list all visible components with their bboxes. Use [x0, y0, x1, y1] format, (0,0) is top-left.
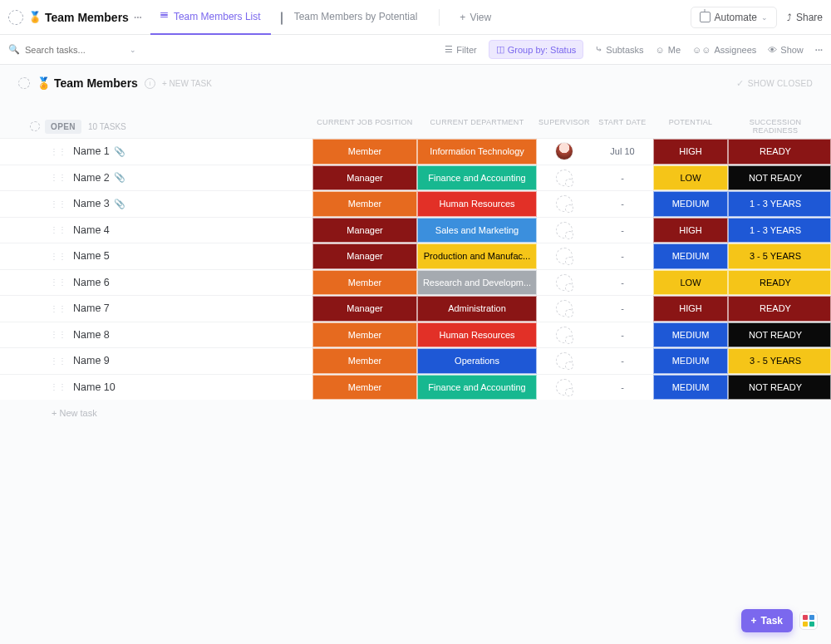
new-task-fab[interactable]: + Task [741, 609, 793, 632]
show-closed-button[interactable]: ✓ SHOW CLOSED [736, 78, 813, 89]
drag-handle-icon[interactable]: ⋮⋮ [50, 382, 66, 391]
assignee-placeholder-icon[interactable] [556, 274, 573, 291]
group-by-button[interactable]: ◫Group by: Status [489, 40, 584, 59]
cell-position[interactable]: Manager [312, 243, 417, 269]
cell-potential[interactable]: HIGH [653, 296, 728, 322]
drag-handle-icon[interactable]: ⋮⋮ [50, 199, 66, 209]
drag-handle-icon[interactable]: ⋮⋮ [50, 330, 66, 339]
drag-handle-icon[interactable]: ⋮⋮ [50, 278, 66, 287]
cell-start-date[interactable]: - [592, 348, 653, 374]
cell-supervisor[interactable] [537, 322, 592, 348]
task-name[interactable]: Name 7 [73, 302, 110, 314]
task-name[interactable]: Name 9 [73, 355, 110, 366]
cell-potential[interactable]: MEDIUM [653, 348, 728, 374]
cell-potential[interactable]: HIGH [653, 218, 728, 243]
cell-start-date[interactable]: - [592, 296, 653, 322]
task-name[interactable]: Name 3 [73, 198, 110, 209]
cell-start-date[interactable]: - [592, 270, 653, 296]
cell-readiness[interactable]: 3 - 5 YEARS [728, 243, 831, 269]
task-row[interactable]: ⋮⋮Name 5ManagerProduction and Manufac...… [0, 243, 831, 269]
attachment-icon[interactable]: 📎 [114, 172, 125, 183]
cell-start-date[interactable]: - [592, 243, 653, 269]
cell-department[interactable]: Human Resources [417, 322, 537, 348]
assignee-placeholder-icon[interactable] [556, 170, 573, 186]
cell-department[interactable]: Finance and Accounting [417, 165, 537, 191]
drag-handle-icon[interactable]: ⋮⋮ [50, 173, 66, 182]
task-name[interactable]: Name 4 [73, 224, 110, 236]
cell-start-date[interactable]: - [592, 191, 653, 217]
cell-position[interactable]: Member [312, 375, 417, 401]
cell-department[interactable]: Operations [417, 348, 537, 374]
cell-department[interactable]: Administration [417, 296, 537, 322]
cell-supervisor[interactable] [537, 139, 592, 165]
cell-supervisor[interactable] [537, 243, 592, 269]
cell-department[interactable]: Finance and Accounting [417, 375, 537, 401]
task-row[interactable]: ⋮⋮Name 6MemberResearch and Developm...-L… [0, 269, 831, 296]
task-name[interactable]: Name 5 [73, 250, 110, 262]
cell-potential[interactable]: MEDIUM [653, 191, 728, 217]
cell-supervisor[interactable] [537, 191, 592, 217]
new-task-link[interactable]: + NEW TASK [162, 79, 212, 88]
task-name[interactable]: Name 8 [73, 329, 110, 341]
cell-readiness[interactable]: NOT READY [728, 322, 831, 348]
cell-potential[interactable]: MEDIUM [653, 375, 728, 401]
task-name[interactable]: Name 2 [73, 172, 110, 184]
assignee-placeholder-icon[interactable] [556, 379, 573, 396]
task-name[interactable]: Name 6 [73, 277, 110, 288]
task-row[interactable]: ⋮⋮Name 8MemberHuman Resources-MEDIUMNOT … [0, 322, 831, 348]
avatar[interactable] [555, 142, 573, 160]
cell-potential[interactable]: HIGH [653, 139, 728, 165]
cell-department[interactable]: Production and Manufac... [417, 243, 537, 269]
task-row[interactable]: ⋮⋮Name 4ManagerSales and Marketing-HIGH1… [0, 217, 831, 243]
cell-start-date[interactable]: - [592, 322, 653, 348]
cell-position[interactable]: Member [312, 348, 417, 374]
assignee-placeholder-icon[interactable] [556, 300, 573, 317]
tab-board[interactable]: Team Members by Potential [271, 0, 428, 35]
task-name[interactable]: Name 1 [73, 145, 110, 157]
cell-readiness[interactable]: 1 - 3 YEARS [728, 218, 831, 243]
status-circle-icon[interactable] [18, 77, 30, 89]
assignee-placeholder-icon[interactable] [556, 195, 573, 212]
col-readiness[interactable]: SUCCESSION READINESS [728, 118, 831, 135]
cell-position[interactable]: Member [312, 139, 417, 165]
assignees-button[interactable]: ☺☺Assignees [692, 45, 756, 55]
more-options-button[interactable]: ··· [815, 45, 823, 55]
me-button[interactable]: ☺Me [656, 45, 681, 55]
drag-handle-icon[interactable]: ⋮⋮ [50, 225, 66, 234]
cell-department[interactable]: Information Technology [417, 139, 537, 165]
more-button[interactable]: ··· [134, 12, 142, 23]
cell-supervisor[interactable] [537, 218, 592, 243]
tab-list[interactable]: Team Members List [150, 0, 271, 35]
drag-handle-icon[interactable]: ⋮⋮ [50, 304, 66, 313]
cell-position[interactable]: Member [312, 191, 417, 217]
cell-start-date[interactable]: - [592, 218, 653, 243]
search-wrap[interactable]: 🔍 ⌄ [8, 44, 158, 55]
cell-potential[interactable]: MEDIUM [653, 322, 728, 348]
task-row[interactable]: ⋮⋮Name 7ManagerAdministration-HIGHREADY [0, 295, 831, 322]
cell-potential[interactable]: LOW [653, 270, 728, 296]
cell-position[interactable]: Manager [312, 218, 417, 243]
cell-readiness[interactable]: READY [728, 270, 831, 296]
share-button[interactable]: ⤴ Share [787, 12, 823, 23]
cell-department[interactable]: Human Resources [417, 191, 537, 217]
drag-handle-icon[interactable]: ⋮⋮ [50, 356, 66, 366]
chevron-down-icon[interactable]: ⌄ [130, 46, 136, 54]
task-row[interactable]: ⋮⋮Name 3📎MemberHuman Resources-MEDIUM1 -… [0, 190, 831, 217]
cell-readiness[interactable]: NOT READY [728, 375, 831, 401]
cell-readiness[interactable]: READY [728, 139, 831, 165]
cell-start-date[interactable]: Jul 10 [592, 139, 653, 165]
cell-supervisor[interactable] [537, 270, 592, 296]
drag-handle-icon[interactable]: ⋮⋮ [50, 252, 66, 261]
cell-position[interactable]: Member [312, 322, 417, 348]
cell-readiness[interactable]: 1 - 3 YEARS [728, 191, 831, 217]
assignee-placeholder-icon[interactable] [556, 327, 573, 343]
drag-handle-icon[interactable]: ⋮⋮ [50, 147, 66, 156]
automate-button[interactable]: Automate ⌄ [691, 7, 777, 28]
cell-supervisor[interactable] [537, 348, 592, 374]
show-button[interactable]: 👁Show [768, 45, 804, 55]
task-row[interactable]: ⋮⋮Name 10MemberFinance and Accounting-ME… [0, 374, 831, 401]
col-department[interactable]: CURRENT DEPARTMENT [417, 118, 537, 135]
cell-supervisor[interactable] [537, 296, 592, 322]
search-input[interactable] [25, 45, 125, 55]
cell-department[interactable]: Research and Developm... [417, 270, 537, 296]
